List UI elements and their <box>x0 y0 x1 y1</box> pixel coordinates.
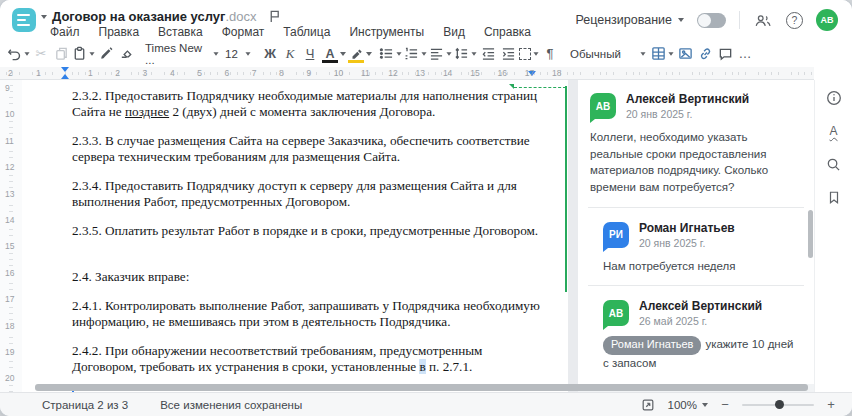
search-icon[interactable] <box>824 154 844 174</box>
align-button[interactable] <box>428 43 453 65</box>
header: Договор на оказание услуг.docx Файл Прав… <box>0 0 852 40</box>
paragraph[interactable]: 2.3.4. Предоставить Подрядчику доступ к … <box>72 178 544 210</box>
paragraph[interactable]: 2.4.2. При обнаружении несоответствий тр… <box>72 343 544 375</box>
help-button[interactable]: ? <box>786 12 803 29</box>
h-ruler: 21123456789101112131415161718 <box>0 67 814 80</box>
chevron-down-icon <box>702 403 708 407</box>
status-bar: Страница 2 из 3 Все изменения сохранены … <box>0 392 852 416</box>
decrease-indent-button[interactable] <box>478 43 498 65</box>
comment-avatar: РИ <box>603 222 629 248</box>
zoom-slider[interactable] <box>742 404 814 406</box>
paragraph[interactable]: 2.4.1. Контролировать выполнение Работ, … <box>72 298 544 330</box>
paragraph[interactable]: 2.3.2. Предоставить Подрядчику необходим… <box>72 88 544 120</box>
comment-separator <box>588 285 804 286</box>
comment-date: 20 янв 2025 г. <box>626 108 749 120</box>
comment-thread[interactable]: АВ Алексей Вертинский 20 янв 2025 г. Кол… <box>578 80 814 384</box>
menu-insert[interactable]: Вставка <box>158 25 203 39</box>
comments-panel: АВ Алексей Вертинский 20 янв 2025 г. Кол… <box>578 80 814 392</box>
add-comment-button[interactable] <box>715 43 735 65</box>
collaboration-users-icon[interactable] <box>753 10 773 30</box>
format-painter-button[interactable] <box>96 43 116 65</box>
font-family-select[interactable]: Times New ... <box>142 43 222 65</box>
app-logo-icon[interactable] <box>12 8 36 32</box>
left-indent-marker[interactable] <box>61 74 69 79</box>
cut-button[interactable]: ✂ <box>31 43 51 65</box>
menu-bar: Файл Правка Вставка Формат Таблица Инстр… <box>50 25 531 39</box>
paragraph[interactable]: 2.3.5. Оплатить результат Работ в порядк… <box>72 223 544 239</box>
document-page[interactable]: 2.3.2. Предоставить Подрядчику необходим… <box>22 80 568 392</box>
comment-text: Роман Игнатьевукажите 10 дней с запасом <box>603 336 802 372</box>
commented-text[interactable]: позднее <box>125 104 169 119</box>
increase-indent-button[interactable] <box>498 43 518 65</box>
insert-table-button[interactable] <box>650 43 675 65</box>
paragraph[interactable]: 2.3.3. В случае размещения Сайта на серв… <box>72 133 544 165</box>
copy-button[interactable] <box>51 43 71 65</box>
numbered-list-caret-icon[interactable] <box>421 52 426 55</box>
spellcheck-icon[interactable]: А <box>824 121 844 141</box>
app-menu-caret-icon[interactable] <box>41 15 47 19</box>
zoom-out-button[interactable]: − <box>718 397 732 412</box>
bold-button[interactable]: Ж <box>260 43 280 65</box>
menu-file[interactable]: Файл <box>50 25 80 39</box>
clear-formatting-button[interactable] <box>116 43 136 65</box>
paragraph-borders-button[interactable] <box>518 43 540 65</box>
toolbar-more-button[interactable]: … <box>735 43 755 65</box>
menu-tools[interactable]: Инструменты <box>349 25 424 39</box>
italic-button[interactable]: К <box>280 43 300 65</box>
highlight-color-button[interactable] <box>346 43 366 65</box>
info-icon[interactable] <box>824 88 844 108</box>
comment-date: 20 янв 2025 г. <box>639 237 735 249</box>
undo-button[interactable] <box>6 43 31 65</box>
fit-page-icon[interactable] <box>638 395 658 415</box>
align-caret-icon[interactable] <box>446 52 451 55</box>
paragraph-borders-caret-icon[interactable] <box>533 52 538 55</box>
table-caret-icon[interactable] <box>668 52 673 55</box>
zoom-in-button[interactable]: + <box>824 397 838 412</box>
bullet-list-caret-icon[interactable] <box>396 52 401 55</box>
comment-reply[interactable]: РИ Роман Игнатьев 20 янв 2025 г. Нам пот… <box>588 219 804 275</box>
horizontal-scrollbar[interactable] <box>35 384 808 391</box>
header-right: Рецензирование ? АВ <box>575 0 838 40</box>
comment[interactable]: АВ Алексей Вертинский 20 янв 2025 г. Кол… <box>588 90 804 196</box>
insert-link-button[interactable] <box>695 43 715 65</box>
paragraph[interactable]: 2.4. Заказчик вправе: <box>72 269 544 285</box>
insert-image-button[interactable] <box>675 43 695 65</box>
title-row: Договор на оказание услуг.docx <box>52 6 285 26</box>
show-formatting-marks-button[interactable]: ¶ <box>540 43 560 65</box>
document-text[interactable]: 2.3.2. Предоставить Подрядчику необходим… <box>72 88 544 401</box>
undo-caret-icon[interactable] <box>24 52 29 55</box>
mention-chip[interactable]: Роман Игнатьев <box>603 336 701 355</box>
numbered-list-button[interactable] <box>403 43 428 65</box>
divider <box>739 11 740 29</box>
font-color-button[interactable]: А <box>320 43 340 65</box>
comment-reply[interactable]: АВ Алексей Вертинский 26 май 2025 г. Ром… <box>588 297 804 372</box>
main-area: 91011121314151617181920 2.3.2. Предостав… <box>0 80 852 392</box>
font-size-select[interactable]: 12 <box>222 43 254 65</box>
bookmark-icon[interactable] <box>824 187 844 207</box>
user-avatar[interactable]: АВ <box>816 9 838 31</box>
paste-caret-icon[interactable] <box>89 52 94 55</box>
menu-format[interactable]: Формат <box>222 25 265 39</box>
menu-table[interactable]: Таблица <box>283 25 330 39</box>
flag-icon[interactable] <box>265 6 285 26</box>
underline-button[interactable]: Ч <box>300 43 320 65</box>
zoom-level-select[interactable]: 100% <box>668 399 708 411</box>
review-mode-dropdown[interactable]: Рецензирование <box>575 13 684 27</box>
bullet-list-button[interactable] <box>378 43 403 65</box>
menu-view[interactable]: Вид <box>443 25 465 39</box>
line-spacing-button[interactable] <box>453 43 478 65</box>
page-indicator[interactable]: Страница 2 из 3 <box>42 399 128 411</box>
line-spacing-caret-icon[interactable] <box>471 52 476 55</box>
menu-help[interactable]: Справка <box>484 25 531 39</box>
highlight-caret-icon[interactable] <box>366 52 372 56</box>
paragraph-style-select[interactable]: Обычный <box>566 43 650 65</box>
comment-author: Алексей Вертинский <box>626 92 749 106</box>
vertical-scrollbar[interactable] <box>808 210 813 258</box>
first-line-indent-marker[interactable] <box>61 67 69 72</box>
zoom-slider-knob[interactable] <box>775 400 784 409</box>
menu-edit[interactable]: Правка <box>99 25 140 39</box>
comment-text: Коллеги, необходимо указать реальные сро… <box>590 129 802 196</box>
comment-author: Роман Игнатьев <box>639 221 735 235</box>
paste-button[interactable] <box>71 43 96 65</box>
review-toggle[interactable] <box>697 13 726 28</box>
